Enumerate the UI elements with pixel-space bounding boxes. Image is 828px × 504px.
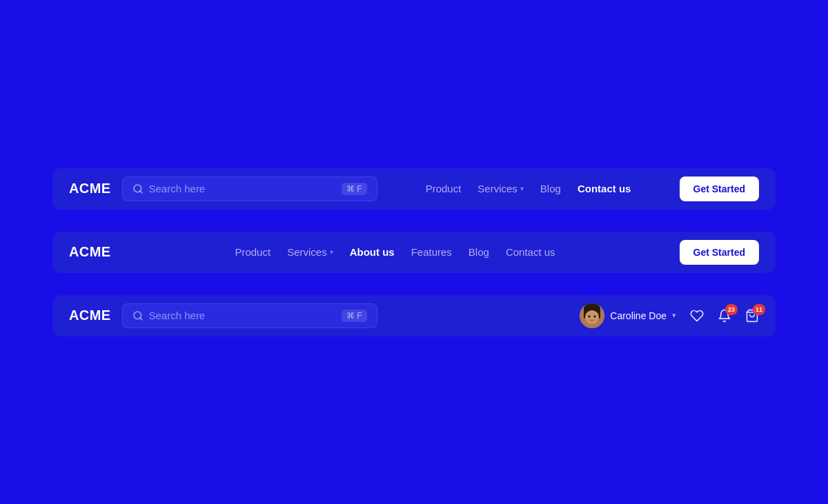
search-bar-1[interactable]: Search here ⌘ F	[122, 177, 377, 201]
navbar-2: ACME Product Services ▾ About us Feature…	[52, 232, 776, 273]
wishlist-btn-3[interactable]	[690, 309, 704, 323]
avatar-3	[580, 303, 604, 328]
search-placeholder-3: Search here	[149, 310, 336, 321]
nav-product-1[interactable]: Product	[426, 183, 462, 194]
nav-links-1: Product Services ▾ Blog Contact us	[388, 183, 669, 194]
get-started-btn-1[interactable]: Get Started	[680, 177, 759, 201]
svg-point-8	[585, 310, 599, 324]
heart-icon-3	[690, 309, 704, 323]
kbd-shortcut-1: ⌘ F	[342, 183, 367, 195]
search-icon-3	[132, 310, 144, 321]
search-bar-3[interactable]: Search here ⌘ F	[122, 303, 377, 328]
nav-contact-2[interactable]: Contact us	[506, 246, 555, 258]
chevron-services-1: ▾	[520, 185, 524, 192]
user-chevron-3: ▾	[672, 311, 676, 320]
cart-btn-3[interactable]: 11	[745, 309, 759, 323]
search-placeholder-1: Search here	[149, 183, 336, 194]
nav-features-2[interactable]: Features	[411, 246, 452, 258]
navbar-1: ACME Search here ⌘ F Product Services ▾ …	[52, 168, 776, 210]
logo-1: ACME	[69, 181, 111, 196]
nav-blog-1[interactable]: Blog	[540, 183, 561, 194]
notifications-btn-3[interactable]: 23	[718, 309, 731, 323]
svg-point-10	[594, 315, 596, 318]
kbd-shortcut-3: ⌘ F	[342, 310, 367, 322]
nav-contact-1[interactable]: Contact us	[578, 183, 631, 194]
nav-services-2[interactable]: Services ▾	[287, 246, 333, 258]
chevron-services-2: ▾	[330, 248, 333, 256]
nav-services-1[interactable]: Services ▾	[477, 183, 524, 194]
search-icon-1	[132, 183, 144, 194]
nav-about-2[interactable]: About us	[350, 246, 395, 258]
user-profile-3[interactable]: Caroline Doe ▾	[580, 303, 676, 328]
svg-point-9	[589, 315, 591, 318]
svg-line-1	[140, 191, 142, 193]
logo-2: ACME	[69, 244, 111, 260]
logo-3: ACME	[69, 308, 111, 323]
user-name-3: Caroline Doe	[610, 310, 667, 321]
notifications-badge-3: 23	[725, 304, 738, 315]
get-started-btn-2[interactable]: Get Started	[680, 240, 759, 265]
nav-blog-2[interactable]: Blog	[469, 246, 489, 258]
user-section-3: Caroline Doe ▾ 23 11	[580, 303, 759, 328]
cart-badge-3: 11	[753, 304, 765, 315]
nav-product-2[interactable]: Product	[235, 246, 270, 258]
nav-links-2: Product Services ▾ About us Features Blo…	[122, 246, 669, 258]
svg-line-3	[140, 318, 142, 320]
navbar-3: ACME Search here ⌘ F	[52, 295, 776, 336]
